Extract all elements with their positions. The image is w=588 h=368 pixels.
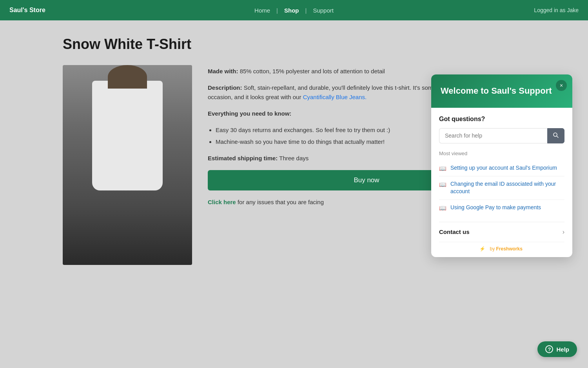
article-icon-3: 📖 [439,205,446,212]
description-label: Description: [208,84,242,91]
widget-header: Welcome to Saul's Support × [431,74,572,108]
nav-home[interactable]: Home [254,7,270,14]
nav-sep-1: | [276,7,278,14]
navbar-logged-in: Logged in as Jake [534,7,579,13]
search-button[interactable] [547,128,564,143]
search-icon [553,132,559,138]
help-fab-button[interactable]: ? Help [537,341,577,357]
nav-sep-2: | [305,7,307,14]
click-here-link[interactable]: Click here [208,199,236,205]
svg-line-1 [557,136,558,138]
product-photo [63,65,192,265]
navbar-center: Home | Shop | Support [254,7,334,14]
navbar-brand: Saul's Store [9,7,45,14]
product-image [63,65,192,265]
shipping-value: Three days [278,155,309,161]
most-viewed-label: Most viewed [439,150,564,156]
help-fab-label: Help [556,346,569,353]
product-title: Snow White T-Shirt [63,36,525,53]
search-input[interactable] [439,128,547,143]
navbar: Saul's Store Home | Shop | Support Logge… [0,0,588,20]
article-item-2[interactable]: 📖 Changing the email ID associated with … [439,176,564,200]
lightning-icon: ⚡ [479,246,485,252]
article-title-3: Using Google Pay to make payments [450,204,541,212]
click-here-suffix: for any issues that you are facing [236,199,324,205]
made-with-value: 85% cotton, 15% polyester and lots of at… [238,68,385,74]
contact-chevron-icon: › [563,228,564,236]
article-title-1: Setting up your account at Saul's Empori… [450,164,557,172]
made-with-label: Made with: [208,68,238,74]
widget-footer: ⚡ by Freshworks [439,242,564,257]
widget-title: Welcome to Saul's Support [441,85,563,97]
support-widget: Welcome to Saul's Support × Got question… [431,74,572,257]
shipping-label: Estimated shipping time: [208,155,278,161]
article-icon-1: 📖 [439,165,446,172]
search-row [439,128,564,143]
nav-support[interactable]: Support [313,7,334,14]
everything-label-text: Everything you need to know: [208,110,291,117]
nav-shop[interactable]: Shop [284,7,299,14]
freshworks-label: by Freshworks [490,246,522,252]
article-icon-2: 📖 [439,181,446,188]
got-questions-label: Got questions? [439,116,564,123]
blue-jeans-link[interactable]: Cyantifically Blue Jeans. [303,94,367,100]
widget-close-button[interactable]: × [556,80,567,91]
article-title-2: Changing the email ID associated with yo… [450,180,564,196]
article-item-3[interactable]: 📖 Using Google Pay to make payments [439,200,564,216]
contact-us-label: Contact us [439,228,470,235]
contact-us-row[interactable]: Contact us › [439,222,564,242]
help-circle-icon: ? [545,345,553,353]
article-list: 📖 Setting up your account at Saul's Empo… [439,160,564,216]
widget-body: Got questions? Most viewed 📖 Setting up … [431,108,572,257]
article-item-1[interactable]: 📖 Setting up your account at Saul's Empo… [439,160,564,176]
